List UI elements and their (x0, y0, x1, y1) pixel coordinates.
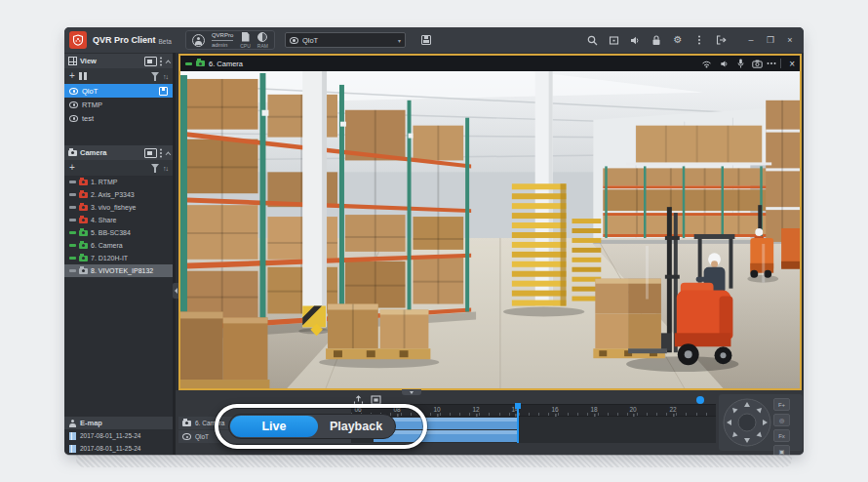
panel-collapse-tab[interactable] (402, 389, 421, 395)
camera-icon (79, 256, 88, 261)
chevron-down-icon: ▾ (398, 37, 401, 44)
mic-icon[interactable] (737, 59, 744, 68)
camera-grid-icon[interactable] (144, 148, 157, 158)
camera-item-4[interactable]: 4. Share (64, 214, 173, 226)
view-menu-kebab-icon[interactable] (160, 60, 162, 62)
record-status-icon (69, 206, 76, 209)
qvr-pro-client-window: QVR Pro Client Beta QVRPro admin CPU RAM… (64, 27, 804, 455)
camera-item-7[interactable]: 7. D120H-IT (64, 252, 173, 264)
record-status-icon (69, 269, 76, 272)
view-section-header[interactable]: View (64, 54, 173, 68)
emap-section-header[interactable]: E-map (64, 417, 173, 429)
timeline-playhead[interactable] (515, 403, 521, 409)
close-button[interactable]: × (780, 35, 800, 45)
ptz-panel: F+ ◎ Fx ▣ ▦ ⚠ (719, 394, 803, 451)
emap-item-1[interactable]: 2017-08-01_11-25-24 (64, 429, 173, 442)
mode-toggle[interactable]: Live Playback (228, 414, 396, 439)
view-item-rtmp[interactable]: RTMP (64, 98, 173, 111)
ram-meter[interactable]: RAM (257, 32, 268, 49)
filter-icon[interactable] (151, 72, 159, 81)
cpu-meter[interactable]: CPU (240, 32, 251, 49)
live-update-indicator[interactable] (696, 396, 704, 404)
app-title: QVR Pro Client (93, 35, 156, 45)
layout-preview-icon[interactable] (144, 57, 157, 66)
cpu-icon (242, 32, 250, 42)
view-collapse-icon[interactable] (166, 60, 172, 65)
minimize-button[interactable]: – (741, 35, 761, 45)
emap-section-title: E-map (80, 419, 102, 427)
ptz-iris-button[interactable]: ◎ (773, 414, 790, 426)
more-icon[interactable] (770, 62, 772, 64)
camera-item-6[interactable]: 6. Camera (64, 239, 173, 252)
camera-toolbar: + ↑↓ (64, 160, 173, 176)
save-icon[interactable] (159, 87, 168, 96)
person-map-icon (69, 423, 76, 427)
restore-button[interactable]: ❐ (761, 35, 780, 45)
video-panel[interactable]: 6. Camera × (178, 54, 802, 390)
emap-item-2[interactable]: 2017-08-01_11-25-24 (64, 442, 173, 455)
camera-icon (79, 243, 88, 249)
record-status-icon (69, 181, 76, 183)
stream-icon[interactable] (701, 60, 712, 68)
view-toolbar: + ↑↓ (64, 68, 173, 84)
view-selector-dropdown[interactable]: QloT ▾ (285, 32, 406, 48)
search-icon (587, 35, 598, 46)
view-section-title: View (80, 57, 141, 65)
camera-section-header[interactable]: Camera (64, 145, 173, 160)
sort-icon[interactable]: ↑↓ (163, 165, 168, 172)
more-options-button[interactable] (689, 27, 710, 53)
qvr-logo-icon (69, 31, 87, 49)
ptz-preset-button[interactable]: ▣ (773, 445, 790, 455)
camera-icon (79, 192, 88, 198)
save-view-button[interactable] (415, 27, 437, 53)
camera-collapse-icon[interactable] (166, 151, 172, 157)
filter-icon[interactable] (151, 164, 159, 173)
camera-item-2[interactable]: 2. Axis_P3343 (64, 188, 173, 201)
tick-label: 22 (669, 406, 676, 413)
camera-icon (79, 205, 88, 211)
close-video-icon[interactable]: × (789, 59, 795, 69)
fullscreen-button[interactable] (603, 27, 624, 53)
save-icon (421, 35, 431, 45)
camera-item-5[interactable]: 5. BB-SC384 (64, 226, 173, 239)
sidebar-collapse-handle[interactable] (173, 283, 178, 299)
sidebar: View + ↑↓ QloT RTMP test (64, 53, 176, 455)
eye-icon (182, 433, 191, 440)
map-icon (69, 432, 76, 440)
layout-columns-icon[interactable] (79, 72, 82, 80)
logout-button[interactable] (710, 27, 731, 53)
camera-live-view[interactable] (180, 71, 800, 388)
playback-tab[interactable]: Playback (318, 420, 394, 433)
camera-icon (68, 150, 77, 156)
tick-label: 20 (629, 406, 636, 413)
session-info-group[interactable]: QVRPro admin CPU RAM (185, 30, 275, 50)
tick-label: 18 (590, 406, 597, 413)
sort-icon[interactable]: ↑↓ (163, 73, 168, 80)
settings-button[interactable]: ⚙ (667, 27, 689, 53)
ptz-focus-button[interactable]: Fx (773, 429, 790, 442)
gear-icon: ⚙ (674, 35, 683, 45)
camera-icon (79, 180, 88, 185)
record-status-icon (69, 244, 76, 247)
view-item-qiot[interactable]: QloT (64, 84, 173, 98)
camera-icon (79, 268, 88, 274)
stream-status-icon (185, 62, 192, 65)
speaker-icon[interactable] (720, 60, 730, 68)
add-view-button[interactable]: + (69, 71, 75, 81)
eye-icon (69, 101, 78, 108)
search-button[interactable] (581, 27, 603, 53)
ptz-dpad[interactable] (722, 397, 772, 448)
audio-button[interactable] (624, 27, 646, 53)
ptz-zoom-button[interactable]: F+ (773, 398, 790, 411)
camera-section-title: Camera (80, 148, 141, 157)
view-item-test[interactable]: test (64, 111, 173, 125)
live-tab[interactable]: Live (230, 416, 318, 437)
camera-item-8[interactable]: 8. VIVOTEK_IP8132 (64, 264, 173, 277)
camera-item-3[interactable]: 3. vivo_fisheye (64, 201, 173, 214)
camera-item-1[interactable]: 1. RTMP (64, 176, 173, 188)
add-camera-button[interactable]: + (69, 163, 75, 173)
camera-menu-kebab-icon[interactable] (160, 152, 162, 154)
tick-label: 10 (433, 406, 440, 413)
lock-button[interactable] (646, 27, 667, 53)
snapshot-icon[interactable] (752, 60, 763, 68)
